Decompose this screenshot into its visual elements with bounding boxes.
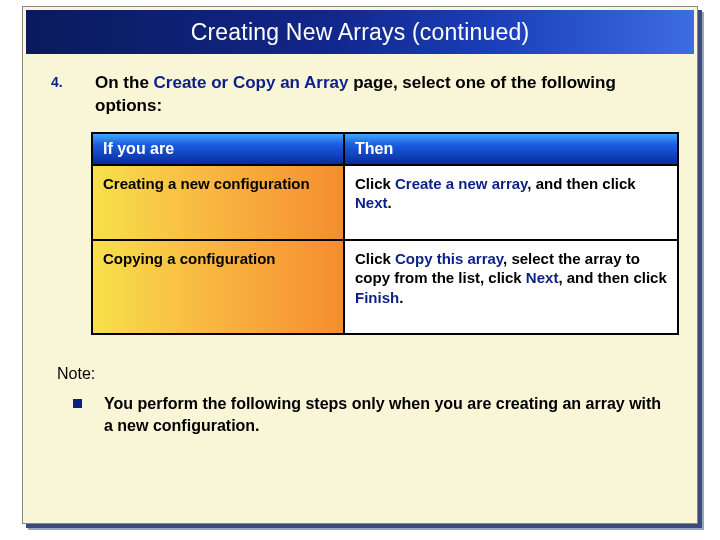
keyword: Create a new array bbox=[395, 175, 527, 192]
step-item: 4. On the Create or Copy an Array page, … bbox=[51, 72, 669, 118]
keyword: Next bbox=[355, 194, 388, 211]
keyword: Copy this array bbox=[395, 250, 503, 267]
table-header-left: If you are bbox=[92, 133, 344, 165]
cell-action: Click Copy this array, select the array … bbox=[344, 240, 678, 335]
step-prefix: On the bbox=[95, 73, 154, 92]
text: Click bbox=[355, 175, 395, 192]
slide-container: Creating New Arrays (continued) 4. On th… bbox=[22, 6, 698, 524]
text: . bbox=[387, 194, 391, 211]
step-number: 4. bbox=[51, 72, 71, 90]
content-area: 4. On the Create or Copy an Array page, … bbox=[23, 54, 697, 437]
slide-title: Creating New Arrays (continued) bbox=[191, 19, 530, 46]
options-table-wrap: If you are Then Creating a new configura… bbox=[91, 132, 679, 336]
table-header-row: If you are Then bbox=[92, 133, 678, 165]
table-row: Copying a configuration Click Copy this … bbox=[92, 240, 678, 335]
keyword: Next bbox=[526, 269, 559, 286]
text: Click bbox=[355, 250, 395, 267]
cell-condition: Copying a configuration bbox=[92, 240, 344, 335]
text: , and then click bbox=[527, 175, 635, 192]
step-instruction: On the Create or Copy an Array page, sel… bbox=[95, 72, 669, 118]
note-label: Note: bbox=[57, 365, 669, 383]
cell-action: Click Create a new array, and then click… bbox=[344, 165, 678, 240]
step-keyword: Create or Copy an Array bbox=[154, 73, 349, 92]
title-bar: Creating New Arrays (continued) bbox=[26, 10, 694, 54]
note-text: You perform the following steps only whe… bbox=[104, 393, 665, 436]
square-bullet-icon bbox=[73, 399, 82, 408]
table-row: Creating a new configuration Click Creat… bbox=[92, 165, 678, 240]
text: . bbox=[399, 289, 403, 306]
options-table: If you are Then Creating a new configura… bbox=[91, 132, 679, 336]
note-item: You perform the following steps only whe… bbox=[73, 393, 665, 436]
cell-condition: Creating a new configuration bbox=[92, 165, 344, 240]
text: , and then click bbox=[558, 269, 666, 286]
keyword: Finish bbox=[355, 289, 399, 306]
table-header-right: Then bbox=[344, 133, 678, 165]
